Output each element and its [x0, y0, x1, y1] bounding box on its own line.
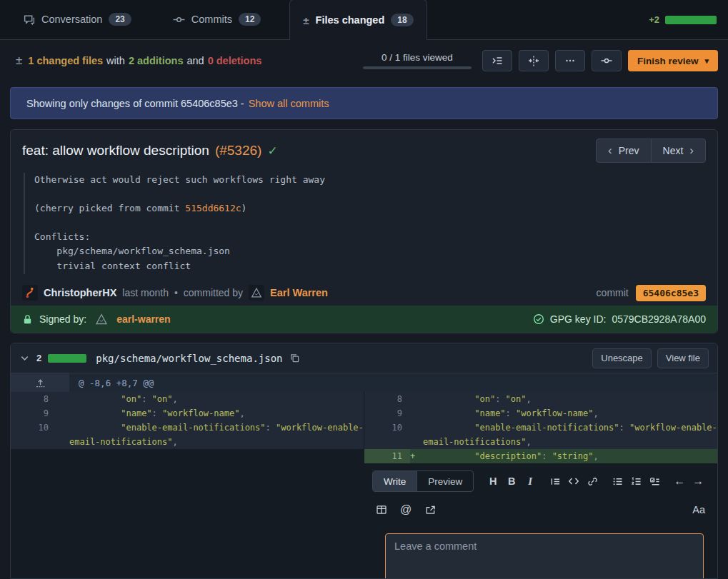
author-avatar[interactable]: [22, 285, 38, 301]
commit-filter-banner: Showing only changes of commit 65406c85e…: [10, 87, 718, 119]
tab-label: Conversation: [41, 14, 102, 25]
file-diffstat-bar: [48, 354, 86, 363]
font-toggle[interactable]: Aa: [692, 504, 705, 515]
commit-select-button[interactable]: [592, 50, 622, 71]
commit-message-body: Otherwise act would reject such workflow…: [24, 173, 704, 274]
file-diff-box: 2 pkg/schema/workflow_schema.json Unesca…: [10, 343, 718, 579]
undo-icon[interactable]: ←: [670, 472, 689, 490]
commit-date: last month: [122, 287, 169, 298]
committer-name[interactable]: Earl Warren: [270, 287, 328, 298]
bold-icon[interactable]: B: [502, 472, 521, 490]
summary-text: with: [106, 55, 125, 66]
conversation-icon: [23, 14, 35, 26]
diff-toolbar: 0 / 1 files viewed Finish review ▾: [363, 50, 718, 71]
split-view-button[interactable]: [519, 50, 549, 71]
show-all-commits-link[interactable]: Show all commits: [249, 98, 329, 109]
changed-files-summary: 1 changed files with 2 additions and 0 d…: [28, 55, 261, 66]
diff-line-context: 10 "enable-email-notifications": "workfl…: [11, 421, 364, 449]
deletions-text: 0 deletions: [208, 55, 262, 66]
quote-icon[interactable]: [546, 472, 564, 490]
preview-tab[interactable]: Preview: [417, 471, 473, 491]
write-tab[interactable]: Write: [373, 471, 417, 491]
code-icon[interactable]: [564, 472, 583, 490]
diff-right-column: 8 "on": "on",9 "name": "workflow-name",1…: [364, 392, 718, 463]
diff-summary-row: ± 1 changed files with 2 additions and 0…: [0, 41, 728, 81]
file-name[interactable]: pkg/schema/workflow_schema.json: [96, 353, 282, 364]
diff-icon: ±: [303, 14, 309, 26]
line-number[interactable]: 11: [364, 449, 410, 463]
finish-review-button[interactable]: Finish review ▾: [628, 50, 718, 71]
link-icon[interactable]: [583, 472, 602, 490]
reference-icon[interactable]: [421, 500, 439, 519]
line-sign: [56, 392, 69, 406]
commit-label: commit: [597, 287, 629, 298]
line-code: "description": "string",: [423, 449, 718, 463]
italic-icon[interactable]: I: [521, 472, 539, 490]
prev-commit-button[interactable]: ‹ Prev: [596, 139, 651, 163]
expand-hunk-button[interactable]: [11, 373, 69, 392]
line-number[interactable]: 10: [11, 421, 56, 449]
task-list-icon[interactable]: [645, 472, 664, 490]
mention-icon[interactable]: @: [397, 500, 415, 519]
unescape-button[interactable]: Unescape: [592, 348, 652, 368]
tab-files-changed[interactable]: ± Files changed 18: [289, 0, 427, 40]
changed-files-count: 1 changed files: [28, 55, 103, 66]
banner-text: Showing only changes of commit 65406c85e…: [26, 98, 244, 109]
redo-icon[interactable]: →: [689, 472, 707, 490]
next-commit-button[interactable]: Next ›: [651, 139, 706, 163]
diff-icon: ±: [16, 54, 22, 68]
cherry-pick-commit-link[interactable]: 515dd6612c: [185, 203, 241, 213]
line-code: "name": "workflow-name",: [423, 406, 718, 421]
tab-label: Commits: [191, 14, 232, 25]
line-number[interactable]: 8: [11, 392, 56, 406]
collapse-file-icon[interactable]: [19, 353, 30, 363]
table-icon[interactable]: [372, 500, 391, 519]
additions-count: +2: [649, 14, 659, 25]
file-diff-header: 2 pkg/schema/workflow_schema.json Unesca…: [11, 343, 717, 373]
signer-name[interactable]: earl-warren: [116, 313, 170, 325]
view-file-button[interactable]: View file: [657, 348, 709, 368]
line-sign: [410, 406, 423, 421]
line-number[interactable]: 10: [364, 421, 410, 449]
commit-author-row: ChristopherHX last month • committed by …: [11, 280, 717, 306]
commit-sha-badge[interactable]: 65406c85e3: [636, 285, 706, 301]
line-code: "name": "workflow-name",: [69, 406, 364, 421]
finish-review-label: Finish review: [637, 56, 699, 66]
diff-left-column: 8 "on": "on",9 "name": "workflow-name",1…: [11, 392, 364, 463]
line-code: "on": "on",: [69, 392, 364, 406]
diff-line-context: 8 "on": "on",: [11, 392, 364, 406]
line-code: "enable-email-notifications": "workflow-…: [423, 421, 718, 449]
comment-form: Write Preview H B I ← →: [372, 470, 714, 579]
split-diff: 8 "on": "on",9 "name": "workflow-name",1…: [11, 392, 717, 463]
line-number[interactable]: 9: [364, 406, 410, 421]
files-viewed-progress: 0 / 1 files viewed: [363, 52, 472, 69]
next-label: Next: [663, 145, 684, 156]
author-name[interactable]: ChristopherHX: [44, 287, 116, 298]
diff-line-context: 10 "enable-email-notifications": "workfl…: [364, 421, 718, 449]
committed-by-label: committed by: [184, 287, 243, 298]
commit-status-check-icon[interactable]: ✓: [267, 144, 277, 158]
commit-title: feat: allow workflow description (#5326)…: [22, 143, 278, 158]
commit-icon: [173, 14, 185, 26]
tab-conversation[interactable]: Conversation 23: [10, 0, 144, 39]
heading-icon[interactable]: H: [484, 472, 502, 490]
numbered-list-icon[interactable]: [627, 472, 645, 490]
commit-message-line: (cherry picked from commit 515dd6612c): [34, 201, 704, 216]
commits-count-badge: 12: [239, 13, 261, 26]
file-tree-toggle-button[interactable]: [482, 50, 512, 71]
lock-icon: [22, 314, 33, 325]
issue-reference[interactable]: (#5326): [215, 143, 262, 158]
editor-mode-tabs: Write Preview: [372, 470, 474, 492]
signer-avatar[interactable]: [93, 311, 110, 328]
bullet-list-icon[interactable]: [608, 472, 627, 490]
diff-options-button[interactable]: [555, 50, 585, 71]
line-sign: [410, 421, 423, 449]
chevron-right-icon: ›: [689, 144, 694, 158]
comment-input[interactable]: [385, 533, 704, 579]
line-number[interactable]: 8: [364, 392, 410, 406]
line-code: "enable-email-notifications": "workflow-…: [69, 421, 364, 449]
line-number[interactable]: 9: [11, 406, 56, 421]
copy-path-icon[interactable]: [289, 353, 300, 363]
committer-avatar[interactable]: [249, 285, 264, 301]
tab-commits[interactable]: Commits 12: [160, 0, 274, 39]
